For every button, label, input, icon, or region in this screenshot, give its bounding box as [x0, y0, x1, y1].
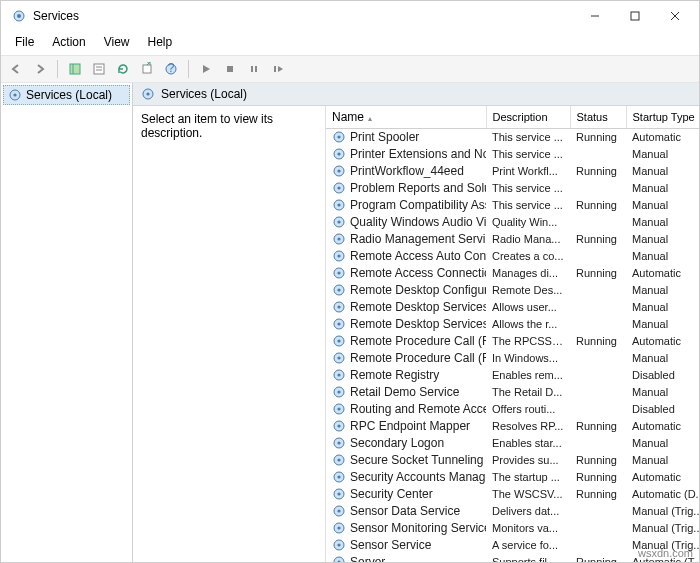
- service-row[interactable]: Remote Access Connection...Manages di...…: [326, 265, 699, 282]
- service-row[interactable]: Routing and Remote AccessOffers routi...…: [326, 401, 699, 418]
- title-bar[interactable]: Services: [1, 1, 699, 31]
- service-description: A service fo...: [486, 537, 570, 554]
- services-list[interactable]: Name▴ Description Status Startup Type Lo…: [325, 106, 699, 562]
- services-icon: [8, 88, 22, 102]
- service-row[interactable]: Remote Access Auto Conne...Creates a co.…: [326, 248, 699, 265]
- gear-icon: [332, 368, 346, 382]
- service-description: Manages di...: [486, 265, 570, 282]
- window-title: Services: [33, 9, 575, 23]
- service-row[interactable]: RPC Endpoint MapperResolves RP...Running…: [326, 418, 699, 435]
- service-row[interactable]: Quality Windows Audio Vid...Quality Win.…: [326, 214, 699, 231]
- export-button[interactable]: [136, 58, 158, 80]
- service-row[interactable]: Print SpoolerThis service ...RunningAuto…: [326, 129, 699, 146]
- svg-rect-11: [143, 65, 151, 73]
- service-description: The WSCSV...: [486, 486, 570, 503]
- menu-action[interactable]: Action: [44, 33, 93, 51]
- service-description: Offers routi...: [486, 401, 570, 418]
- service-status: Running: [570, 469, 626, 486]
- service-row[interactable]: Remote Procedure Call (RPC)The RPCSS ...…: [326, 333, 699, 350]
- close-button[interactable]: [655, 2, 695, 30]
- service-row[interactable]: Radio Management ServiceRadio Mana...Run…: [326, 231, 699, 248]
- svg-point-37: [337, 254, 340, 257]
- svg-rect-3: [631, 12, 639, 20]
- service-row[interactable]: Sensor Data ServiceDelivers dat...Manual…: [326, 503, 699, 520]
- maximize-button[interactable]: [615, 2, 655, 30]
- tree-root-node[interactable]: Services (Local): [3, 85, 130, 105]
- svg-rect-14: [227, 66, 233, 72]
- restart-service-button[interactable]: [267, 58, 289, 80]
- service-name: Sensor Monitoring Service: [350, 521, 486, 535]
- service-status: [570, 180, 626, 197]
- service-name: Remote Procedure Call (RP...: [350, 351, 486, 365]
- back-button[interactable]: [5, 58, 27, 80]
- column-header-row: Name▴ Description Status Startup Type Lo…: [326, 106, 699, 129]
- service-row[interactable]: Remote Desktop Configurat...Remote Des..…: [326, 282, 699, 299]
- service-name: Remote Access Connection...: [350, 266, 486, 280]
- svg-point-49: [337, 356, 340, 359]
- service-startup-type: Manual: [626, 384, 699, 401]
- svg-point-43: [337, 305, 340, 308]
- service-name: Sensor Data Service: [350, 504, 460, 518]
- menu-file[interactable]: File: [7, 33, 42, 51]
- svg-point-55: [337, 407, 340, 410]
- service-startup-type: Manual: [626, 180, 699, 197]
- service-description: Enables rem...: [486, 367, 570, 384]
- service-row[interactable]: Remote RegistryEnables rem...DisabledLoc: [326, 367, 699, 384]
- service-startup-type: Manual: [626, 316, 699, 333]
- pause-service-button[interactable]: [243, 58, 265, 80]
- service-status: [570, 146, 626, 163]
- start-service-button[interactable]: [195, 58, 217, 80]
- service-row[interactable]: Remote Desktop ServicesAllows user...Man…: [326, 299, 699, 316]
- column-description[interactable]: Description: [486, 106, 570, 129]
- svg-point-57: [337, 424, 340, 427]
- services-icon: [141, 87, 155, 101]
- service-status: [570, 520, 626, 537]
- service-status: [570, 214, 626, 231]
- service-name: Remote Desktop Configurat...: [350, 283, 486, 297]
- service-row[interactable]: Security Accounts ManagerThe startup ...…: [326, 469, 699, 486]
- service-row[interactable]: Printer Extensions and Notif...This serv…: [326, 146, 699, 163]
- service-description: The startup ...: [486, 469, 570, 486]
- gear-icon: [332, 198, 346, 212]
- gear-icon: [332, 300, 346, 314]
- show-hide-tree-button[interactable]: [64, 58, 86, 80]
- gear-icon: [332, 164, 346, 178]
- help-button[interactable]: ?: [160, 58, 182, 80]
- service-name: Problem Reports and Soluti...: [350, 181, 486, 195]
- description-pane: Select an item to view its description.: [133, 106, 325, 562]
- properties-button[interactable]: [88, 58, 110, 80]
- sort-indicator-icon: ▴: [368, 114, 372, 123]
- stop-service-button[interactable]: [219, 58, 241, 80]
- svg-rect-6: [70, 64, 80, 74]
- minimize-button[interactable]: [575, 2, 615, 30]
- service-row[interactable]: Remote Desktop Services U...Allows the r…: [326, 316, 699, 333]
- svg-point-41: [337, 288, 340, 291]
- menu-view[interactable]: View: [96, 33, 138, 51]
- service-startup-type: Manual: [626, 248, 699, 265]
- forward-button[interactable]: [29, 58, 51, 80]
- column-status[interactable]: Status: [570, 106, 626, 129]
- service-row[interactable]: Program Compatibility Assi...This servic…: [326, 197, 699, 214]
- service-status: [570, 537, 626, 554]
- gear-icon: [332, 317, 346, 331]
- service-startup-type: Manual: [626, 435, 699, 452]
- menu-help[interactable]: Help: [140, 33, 181, 51]
- service-row[interactable]: Security CenterThe WSCSV...RunningAutoma…: [326, 486, 699, 503]
- refresh-button[interactable]: [112, 58, 134, 80]
- column-startup-type[interactable]: Startup Type: [626, 106, 699, 129]
- service-row[interactable]: Sensor Monitoring ServiceMonitors va...M…: [326, 520, 699, 537]
- service-name: Radio Management Service: [350, 232, 486, 246]
- service-row[interactable]: PrintWorkflow_44eedPrint Workfl...Runnin…: [326, 163, 699, 180]
- service-row[interactable]: Retail Demo ServiceThe Retail D...Manual…: [326, 384, 699, 401]
- service-row[interactable]: Secure Socket Tunneling Pr...Provides su…: [326, 452, 699, 469]
- service-row[interactable]: Problem Reports and Soluti...This servic…: [326, 180, 699, 197]
- service-row[interactable]: Remote Procedure Call (RP...In Windows..…: [326, 350, 699, 367]
- svg-point-63: [337, 475, 340, 478]
- service-startup-type: Automatic (D...: [626, 486, 699, 503]
- column-name[interactable]: Name▴: [326, 106, 486, 129]
- tree-pane[interactable]: Services (Local): [1, 83, 133, 562]
- service-row[interactable]: Secondary LogonEnables star...ManualLoc: [326, 435, 699, 452]
- service-description: Quality Win...: [486, 214, 570, 231]
- service-status: Running: [570, 418, 626, 435]
- service-name: RPC Endpoint Mapper: [350, 419, 470, 433]
